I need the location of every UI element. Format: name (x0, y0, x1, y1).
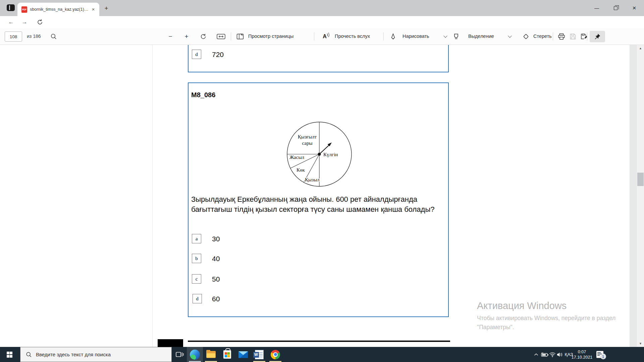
tray-time: 0:07 (578, 349, 586, 355)
windows-logo-icon (7, 352, 12, 357)
chevron-down-icon (508, 34, 512, 38)
option-value: 30 (212, 235, 220, 243)
fit-to-width-button[interactable] (216, 31, 226, 42)
page-view-icon (236, 33, 244, 40)
window-minimize-button[interactable]: — (589, 0, 604, 16)
page-view-label[interactable]: Просмотр страницы (248, 34, 293, 39)
tab-close-icon[interactable]: × (90, 6, 97, 13)
option-value: 720 (212, 51, 224, 59)
question-text: Зырылдауық Еркебұланның жаңа ойыны. 600 … (191, 194, 440, 215)
window-restore-button[interactable] (608, 0, 623, 16)
reload-button[interactable] (35, 17, 45, 27)
forward-button[interactable]: → (19, 17, 30, 27)
sector-label-orange: Қызғылт (298, 134, 317, 139)
page-view-button-icon[interactable] (235, 31, 246, 42)
read-aloud-icon: A (323, 34, 327, 40)
activation-watermark-line1: Чтобы активировать Windows, перейдите в … (477, 315, 615, 322)
task-view-icon (176, 351, 184, 358)
tab-actions-icon[interactable] (7, 4, 15, 11)
draw-button-icon[interactable] (388, 31, 398, 42)
taskbar-edge-button[interactable] (187, 347, 203, 362)
browser-titlebar: PDF sbornik_timss_na_kaz.yaz(1).pdf × + … (0, 0, 644, 16)
page-number-input[interactable]: 108 (5, 32, 22, 42)
pdf-favicon-icon: PDF (21, 6, 27, 13)
find-in-document-button[interactable] (48, 31, 59, 42)
question-id: M8_086 (191, 91, 215, 99)
pdf-toolbar: 108 из 186 − + Просмотр страницы A Проче… (0, 28, 644, 45)
start-button[interactable] (0, 347, 19, 362)
erase-label[interactable]: Стереть (533, 34, 552, 39)
search-placeholder: Введите здесь текст для поиска (36, 352, 111, 357)
scrollbar-thumb[interactable] (637, 173, 644, 186)
fit-width-icon (217, 33, 225, 40)
pin-icon (594, 33, 601, 40)
notification-center-button[interactable]: 1 (593, 347, 606, 362)
option-value: 50 (212, 275, 220, 283)
print-button[interactable] (556, 31, 567, 42)
new-tab-button[interactable]: + (102, 4, 111, 13)
browser-tab[interactable]: PDF sbornik_timss_na_kaz.yaz(1).pdf × (17, 3, 99, 16)
draw-options-button[interactable] (440, 31, 451, 42)
option-letter-box: a (192, 234, 201, 243)
taskbar-store-button[interactable] (219, 347, 235, 362)
chrome-icon (271, 350, 280, 359)
highlight-options-button[interactable] (504, 31, 515, 42)
rotate-icon (200, 33, 207, 40)
tray-clock[interactable]: 0:07 17.10.2021 (571, 347, 593, 362)
option-letter-box: b (192, 254, 201, 263)
taskbar-mail-button[interactable] (235, 347, 251, 362)
speaker-icon (556, 352, 563, 357)
rotate-button[interactable] (198, 31, 209, 42)
search-icon (50, 33, 57, 40)
page-edge (630, 45, 636, 347)
save-as-button[interactable] (579, 31, 590, 42)
taskbar: Введите здесь текст для поиска W (0, 347, 644, 362)
vertical-scrollbar[interactable]: ▲ ▼ (636, 45, 644, 347)
zoom-in-button[interactable]: + (181, 31, 192, 42)
mail-icon (238, 351, 248, 358)
zoom-out-button[interactable]: − (165, 31, 176, 42)
sector-label-green: Жасыл (289, 155, 304, 160)
taskbar-chrome-button[interactable] (267, 347, 283, 362)
print-icon (558, 33, 565, 40)
reload-icon (37, 19, 43, 25)
file-explorer-icon (206, 351, 216, 358)
scroll-up-icon[interactable]: ▲ (637, 47, 644, 50)
option-letter-box: d (193, 294, 202, 303)
read-aloud-button-icon[interactable]: A (319, 31, 330, 42)
taskbar-explorer-button[interactable] (203, 347, 219, 362)
taskbar-word-button[interactable]: W (251, 347, 267, 362)
sector-label-orange2: сары (302, 140, 312, 146)
plus-icon: + (184, 33, 188, 40)
highlight-label[interactable]: Выделение (468, 34, 494, 39)
option-value: 60 (212, 295, 220, 303)
toolbar-separator (231, 33, 231, 41)
eraser-icon (523, 33, 529, 40)
word-icon: W (255, 350, 264, 359)
draw-label[interactable]: Нарисовать (402, 34, 429, 39)
save-icon (570, 33, 576, 40)
pdf-content-area[interactable]: d 720 M8_086 Қызғылт сары Жасыл Көк Қызы… (0, 45, 644, 347)
search-icon (26, 352, 32, 358)
chevron-up-icon (534, 353, 538, 356)
page-edge (152, 45, 153, 347)
window-close-button[interactable]: × (627, 0, 642, 16)
option-letter-box: c (192, 274, 201, 284)
highlight-button-icon[interactable] (451, 31, 462, 42)
read-aloud-label[interactable]: Прочесть вслух (335, 34, 370, 39)
browser-navbar: ← → i Файл | C:/Users/Гулназ/Downloads/s… (0, 16, 644, 28)
back-button[interactable]: ← (6, 17, 16, 27)
spinner-diagram: Қызғылт сары Жасыл Көк Қызыл Күлгін (286, 121, 353, 188)
toolbar-separator (553, 33, 553, 41)
tab-title: sbornik_timss_na_kaz.yaz(1).pdf (30, 7, 89, 12)
pin-toolbar-button[interactable] (590, 31, 605, 42)
task-view-button[interactable] (172, 347, 188, 362)
activation-watermark-title: Активация Windows (477, 300, 567, 311)
erase-button-icon[interactable] (521, 31, 531, 42)
taskbar-search-input[interactable]: Введите здесь текст для поиска (20, 347, 172, 362)
battery-charging-icon (541, 352, 549, 357)
scroll-down-icon[interactable]: ▼ (637, 342, 644, 345)
tray-expand-button[interactable] (532, 347, 540, 362)
toolbar-separator (314, 33, 314, 41)
toolbar-separator (587, 33, 587, 41)
